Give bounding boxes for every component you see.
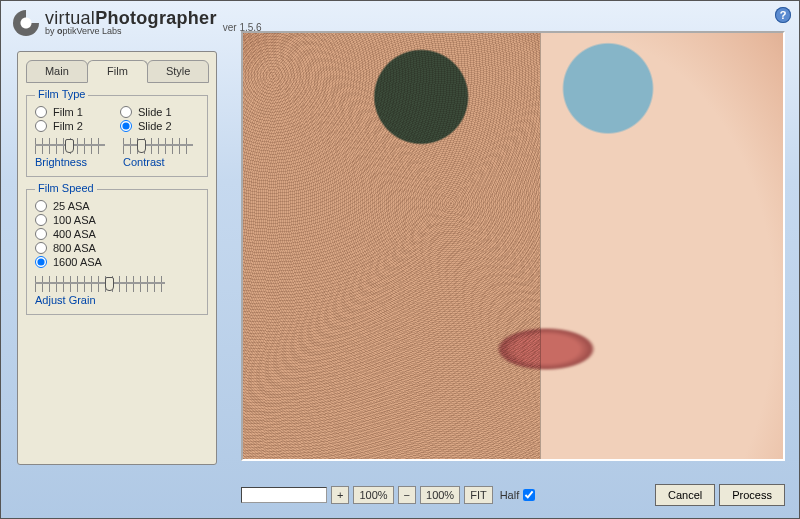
group-film-speed: Film Speed 25 ASA 100 ASA 400 ASA 800 AS… xyxy=(26,189,208,315)
radio-film2[interactable]: Film 2 xyxy=(35,120,114,132)
zoom-scrollbar[interactable] xyxy=(241,487,327,503)
preview-image[interactable] xyxy=(241,31,785,461)
radio-25asa[interactable]: 25 ASA xyxy=(35,200,199,212)
tab-film[interactable]: Film xyxy=(87,60,149,83)
help-icon[interactable]: ? xyxy=(775,7,791,23)
cancel-button[interactable]: Cancel xyxy=(655,484,715,506)
tab-strip: Main Film Style xyxy=(26,60,208,83)
zoom-fit-button[interactable]: FIT xyxy=(464,486,493,504)
zoom-out-button[interactable]: − xyxy=(398,486,416,504)
group-film-type: Film Type Film 1 Slide 1 Film 2 Slide 2 … xyxy=(26,95,208,177)
slider-contrast[interactable]: Contrast xyxy=(123,138,199,168)
title-bold: Photographer xyxy=(95,8,217,28)
app-byline: by optikVerve Labs xyxy=(45,27,217,36)
half-label: Half xyxy=(500,489,520,501)
logo-icon xyxy=(13,10,39,36)
radio-film1[interactable]: Film 1 xyxy=(35,106,114,118)
radio-slide1[interactable]: Slide 1 xyxy=(120,106,199,118)
tab-main[interactable]: Main xyxy=(26,60,88,83)
bottom-controls: + 100% − 100% FIT Half Cancel Process xyxy=(241,484,785,506)
film-speed-options: 25 ASA 100 ASA 400 ASA 800 ASA 1600 ASA xyxy=(35,200,199,268)
slider-brightness[interactable]: Brightness xyxy=(35,138,111,168)
radio-800asa[interactable]: 800 ASA xyxy=(35,242,199,254)
radio-100asa[interactable]: 100 ASA xyxy=(35,214,199,226)
process-button[interactable]: Process xyxy=(719,484,785,506)
film-type-options: Film 1 Slide 1 Film 2 Slide 2 xyxy=(35,106,199,132)
legend-film-type: Film Type xyxy=(35,88,88,100)
radio-slide2[interactable]: Slide 2 xyxy=(120,120,199,132)
preview-original-half xyxy=(540,33,783,459)
zoom-value: 100% xyxy=(353,486,393,504)
radio-400asa[interactable]: 400 ASA xyxy=(35,228,199,240)
legend-film-speed: Film Speed xyxy=(35,182,97,194)
preview-split-line xyxy=(540,33,541,459)
slider-grain[interactable]: Adjust Grain xyxy=(35,276,175,306)
zoom-100-button[interactable]: 100% xyxy=(420,486,460,504)
app-title: virtualPhotographer xyxy=(45,9,217,27)
tab-style[interactable]: Style xyxy=(147,60,209,83)
settings-panel: Main Film Style Film Type Film 1 Slide 1… xyxy=(17,51,217,465)
half-checkbox[interactable] xyxy=(523,489,535,501)
title-prefix: virtual xyxy=(45,8,95,28)
radio-1600asa[interactable]: 1600 ASA xyxy=(35,256,199,268)
zoom-in-button[interactable]: + xyxy=(331,486,349,504)
